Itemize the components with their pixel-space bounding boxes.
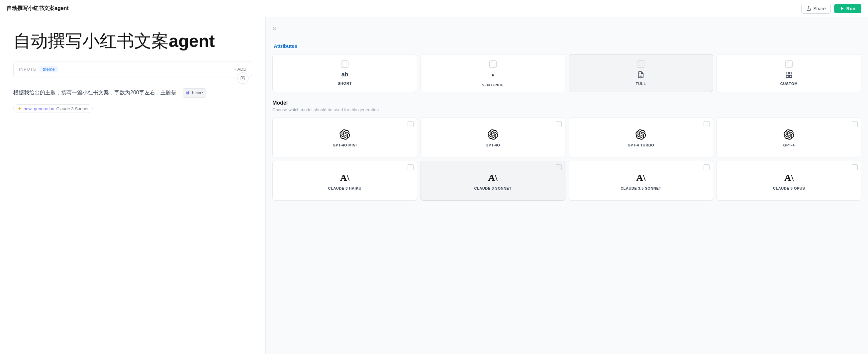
model-label-claude3-haiku: CLAUDE 3 HAIKU <box>328 186 362 190</box>
edit-icon <box>241 76 245 81</box>
prompt-text: 根据我给出的主题，撰写一篇小红书文案，字数为200字左右，主题是： @theme <box>13 88 252 98</box>
model-label-gpt4: GPT-4 <box>783 143 795 147</box>
format-icon-short: ab <box>341 71 348 78</box>
model-card-gpt4-turbo-img: ⛶ <box>704 121 710 127</box>
gpt-icon-gpt4o <box>488 129 498 140</box>
model-card-gpt4[interactable]: ⛶ GPT-4 <box>716 118 861 157</box>
format-label-custom: CUSTOM <box>780 82 798 86</box>
run-button[interactable]: Run <box>834 4 861 13</box>
run-icon <box>840 6 844 11</box>
format-card-full-img: ⛶ <box>637 60 645 68</box>
model-card-claude3-haiku-img: ⛶ <box>408 164 413 170</box>
format-card-custom-img: ⛶ <box>785 60 793 68</box>
gpt-icon-gpt4 <box>784 129 794 140</box>
anthropic-icon-claude3-opus: A\ <box>784 172 794 183</box>
format-icon-custom <box>785 71 793 78</box>
format-label-sentence: SENTENCE <box>482 83 504 87</box>
anthropic-icon-claude35-sonnet: A\ <box>636 172 645 183</box>
model-section-desc: Choose which model should be used for th… <box>272 107 861 112</box>
app-title: 自动撰写小红书文案agent <box>13 31 252 51</box>
model-card-claude35-sonnet-img: ⛶ <box>704 164 710 170</box>
model-label-gpt4o-mini: GPT-4O MINI <box>333 143 357 147</box>
model-card-claude3-haiku[interactable]: ⛶ A\ CLAUDE 3 HAIKU <box>272 161 417 201</box>
share-button[interactable]: Share <box>801 4 831 13</box>
format-label-short: SHORT <box>338 82 352 85</box>
anthropic-icon-claude3-haiku: A\ <box>340 172 349 183</box>
format-options-grid: ⛶ ab SHORT ⛶ • SENTENCE ⛶ <box>272 54 861 92</box>
collapse-panel-button[interactable] <box>267 21 282 38</box>
node-chip-name: new_generation <box>24 106 55 111</box>
inputs-label: INPUTS <box>19 67 36 72</box>
model-card-claude3-opus-img: ⛶ <box>852 164 858 170</box>
format-icon-full <box>637 71 645 78</box>
right-panel: Attributes ⛶ ab SHORT ⛶ • SENTENCE ⛶ <box>266 17 868 354</box>
node-chip[interactable]: ✦ new_generation Claude 3 Sonnet <box>13 104 93 113</box>
anthropic-icon-claude3-sonnet: A\ <box>488 172 498 183</box>
collapse-icon <box>272 26 277 31</box>
model-card-gpt4-turbo[interactable]: ⛶ GPT-4 TURBO <box>569 118 714 157</box>
format-label-full: FULL <box>636 82 646 86</box>
inputs-section: INPUTS theme + ADD <box>13 61 252 77</box>
model-card-gpt4o-mini[interactable]: ⛶ GPT-4O MINI <box>272 118 417 157</box>
left-panel: 自动撰写小红书文案agent INPUTS theme + ADD 根据我给出的… <box>0 17 266 354</box>
model-section-title: Model <box>272 100 861 106</box>
format-card-short[interactable]: ⛶ ab SHORT <box>272 54 417 92</box>
format-icon-sentence: • <box>492 71 494 80</box>
gpt-models-grid: ⛶ GPT-4O MINI ⛶ GPT-4O ⛶ <box>272 118 861 157</box>
model-label-claude35-sonnet: CLAUDE 3.5 SONNET <box>621 186 661 190</box>
format-card-sentence[interactable]: ⛶ • SENTENCE <box>421 54 565 92</box>
theme-input-tag[interactable]: theme <box>39 66 58 72</box>
model-card-claude3-opus[interactable]: ⛶ A\ CLAUDE 3 OPUS <box>716 161 861 201</box>
theme-tag: @theme <box>183 88 206 98</box>
anthropic-models-grid: ⛶ A\ CLAUDE 3 HAIKU ⛶ A\ CLAUDE 3 SONNET… <box>272 161 861 201</box>
node-chip-sparkle-icon: ✦ <box>18 106 22 111</box>
format-card-short-img: ⛶ <box>341 60 348 68</box>
model-card-gpt4o[interactable]: ⛶ GPT-4O <box>421 118 565 157</box>
model-label-gpt4o: GPT-4O <box>486 143 500 147</box>
model-card-claude3-sonnet-img: ⛶ <box>556 164 562 170</box>
model-card-gpt4o-mini-img: ⛶ <box>408 121 413 127</box>
model-card-gpt4-img: ⛶ <box>852 121 858 127</box>
attributes-title: Attributes <box>272 43 861 49</box>
edit-icon-button[interactable] <box>237 72 248 84</box>
node-chip-model: Claude 3 Sonnet <box>57 106 89 111</box>
model-card-claude35-sonnet[interactable]: ⛶ A\ CLAUDE 3.5 SONNET <box>569 161 714 201</box>
gpt-icon-gpt4o-mini <box>340 129 350 140</box>
header-actions: Share Run <box>801 4 861 13</box>
format-card-custom[interactable]: ⛶ CUSTOM <box>716 54 861 92</box>
format-card-full[interactable]: ⛶ FULL <box>569 54 714 92</box>
add-input-button[interactable]: + ADD <box>234 67 246 72</box>
format-card-sentence-img: ⛶ <box>489 60 497 68</box>
main-layout: 自动撰写小红书文案agent INPUTS theme + ADD 根据我给出的… <box>0 17 868 354</box>
model-label-claude3-opus: CLAUDE 3 OPUS <box>773 186 805 190</box>
inputs-row: INPUTS theme + ADD <box>19 66 246 72</box>
svg-marker-0 <box>841 7 843 10</box>
model-card-gpt4o-img: ⛶ <box>556 121 562 127</box>
model-label-claude3-sonnet: CLAUDE 3 SONNET <box>474 186 512 190</box>
gpt-icon-gpt4-turbo <box>636 129 646 140</box>
model-card-claude3-sonnet[interactable]: ⛶ A\ CLAUDE 3 SONNET <box>421 161 565 201</box>
share-icon <box>806 6 811 11</box>
attributes-panel: Attributes ⛶ ab SHORT ⛶ • SENTENCE ⛶ <box>266 38 868 209</box>
header: 自动撰写小红书文案agent Share Run <box>0 0 868 17</box>
model-label-gpt4-turbo: GPT-4 TURBO <box>627 143 654 147</box>
app-title-header: 自动撰写小红书文案agent <box>7 5 69 12</box>
